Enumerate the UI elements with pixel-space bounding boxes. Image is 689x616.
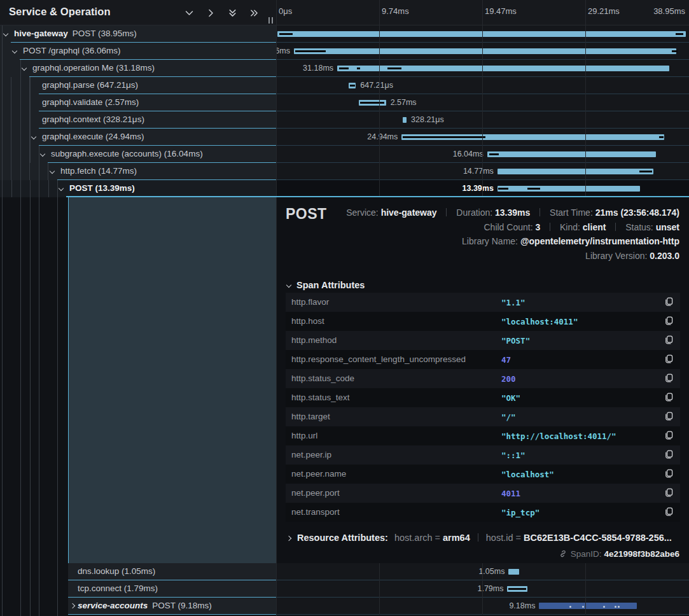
attribute-row: net.peer.name "localhost": [286, 465, 680, 484]
span-bar[interactable]: [508, 569, 519, 575]
selected-span-left-panel: [68, 197, 276, 563]
child-count-label: Child Count:: [484, 222, 532, 232]
child-span-dot: [603, 606, 605, 608]
chevron-down-icon[interactable]: [31, 134, 36, 139]
attribute-key: http.host: [291, 316, 324, 326]
span-bar[interactable]: [294, 48, 676, 54]
attribute-key: net.peer.ip: [291, 450, 331, 459]
service-label: Service:: [346, 207, 379, 218]
attribute-row: http.response_content_length_uncompresse…: [286, 350, 680, 369]
span-label: subgraph.execute (accounts) (16.04ms): [51, 149, 203, 158]
span-bar[interactable]: [487, 151, 656, 157]
span-attributes-header[interactable]: Span Attributes: [287, 280, 365, 290]
span-label: POST (9.18ms): [152, 601, 212, 610]
copy-icon[interactable]: [664, 335, 673, 346]
span-row-service-accounts-post[interactable]: service-accountsPOST (9.18ms): [68, 598, 276, 615]
resource-attributes-header[interactable]: Resource Attributes:host.arch=arm64host.…: [287, 533, 672, 543]
copy-icon[interactable]: [664, 469, 673, 479]
expand-all-icon[interactable]: [249, 8, 260, 18]
attribute-row: net.transport "ip_tcp": [286, 503, 680, 522]
duration-label: 13.39ms: [463, 184, 494, 193]
chevron-down-icon[interactable]: [50, 169, 55, 174]
duration-value: 13.39ms: [495, 207, 530, 218]
attribute-value: "http://localhost:4011/": [501, 431, 616, 441]
attribute-key: net.transport: [291, 507, 340, 517]
span-row-graphql-validate[interactable]: graphql.validate (2.57ms): [0, 94, 276, 111]
span-bar[interactable]: [403, 117, 407, 123]
child-span-dot: [618, 606, 620, 608]
span-label: graphql.parse (647.21μs): [42, 80, 138, 90]
critical-path-segment: [403, 136, 485, 138]
span-row-graphql-execute[interactable]: graphql.execute (24.94ms): [0, 129, 276, 146]
span-row-post-graphql[interactable]: POST /graphql (36.06ms): [0, 43, 276, 60]
critical-path-segment: [357, 67, 360, 69]
chevron-down-icon[interactable]: [3, 31, 8, 36]
chevron-down-icon: [286, 283, 291, 288]
copy-icon[interactable]: [664, 450, 673, 460]
kind-value: client: [583, 222, 606, 232]
link-icon[interactable]: [559, 549, 567, 558]
panel-resize-handle[interactable]: [268, 17, 273, 24]
duration-label: 16.04ms: [453, 150, 484, 158]
span-row-dns-lookup[interactable]: dns.lookup (1.05ms): [68, 563, 276, 580]
span-row-http-fetch[interactable]: http.fetch (14.77ms): [0, 163, 276, 180]
grid-line: [482, 0, 483, 197]
span-bar[interactable]: [498, 169, 653, 174]
attribute-value: 47: [501, 355, 511, 365]
span-tree-header: Service & Operation: [0, 0, 276, 25]
copy-icon[interactable]: [664, 316, 673, 326]
attribute-row: http.status_code 200: [286, 369, 680, 388]
critical-path-segment: [527, 188, 540, 190]
duration-label: 14.77ms: [463, 167, 494, 176]
attribute-value: "OK": [501, 393, 520, 403]
attribute-key: http.flavor: [291, 297, 329, 307]
duration-label: 31.18ms: [303, 64, 333, 73]
chevron-down-icon[interactable]: [22, 66, 27, 71]
critical-path-segment: [659, 136, 663, 138]
critical-path-segment: [489, 153, 499, 155]
chevron-right-icon[interactable]: [70, 603, 75, 608]
span-bar[interactable]: [277, 31, 686, 37]
chevron-down-icon[interactable]: [40, 151, 45, 157]
copy-icon[interactable]: [664, 431, 673, 441]
status-value: unset: [656, 222, 679, 232]
copy-icon[interactable]: [664, 297, 673, 307]
attribute-key: http.status_text: [291, 393, 350, 402]
span-row-subgraph-execute[interactable]: subgraph.execute (accounts) (16.04ms): [0, 146, 276, 163]
copy-icon[interactable]: [664, 412, 673, 422]
collapse-all-icon[interactable]: [227, 8, 238, 18]
copy-icon[interactable]: [664, 507, 673, 517]
span-tree-bottom: dns.lookup (1.05ms) tcp.connect (1.79ms)…: [68, 563, 276, 615]
span-bar[interactable]: [498, 186, 641, 192]
expand-one-icon[interactable]: [205, 8, 216, 18]
copy-icon[interactable]: [664, 393, 673, 403]
span-label: tcp.connect (1.79ms): [78, 584, 158, 593]
indent-guides: [0, 94, 31, 111]
resource-value: BC62E13B-C4CC-5854-9788-256...: [524, 533, 672, 543]
span-detail-panel: POST Service: hive-gateway Duration: 13.…: [277, 197, 689, 563]
copy-icon[interactable]: [664, 354, 673, 365]
span-row-tcp-connect[interactable]: tcp.connect (1.79ms): [68, 580, 276, 598]
span-label: dns.lookup (1.05ms): [78, 566, 155, 576]
span-row-hive-gateway-post[interactable]: hive-gatewayPOST (38.95ms): [0, 25, 276, 43]
span-id-row: SpanID:4e21998f3b82abe6: [559, 549, 679, 559]
span-row-post-selected[interactable]: POST (13.39ms): [0, 180, 276, 197]
trace-timeline-view: Service & Operation hive-gatewayPOST (38…: [0, 0, 689, 616]
attribute-row: net.peer.port 4011: [286, 484, 680, 503]
span-row-graphql-operation[interactable]: graphql.operation Me (31.18ms): [0, 60, 276, 77]
indent-guides: [0, 129, 31, 146]
grid-line: [379, 563, 380, 615]
chevron-down-icon[interactable]: [12, 48, 17, 53]
span-label: http.fetch (14.77ms): [60, 166, 137, 176]
copy-icon[interactable]: [664, 488, 673, 498]
copy-icon[interactable]: [664, 374, 673, 384]
collapse-one-icon[interactable]: [184, 8, 195, 18]
span-row-graphql-context[interactable]: graphql.context (328.21μs): [0, 111, 276, 129]
span-row-graphql-parse[interactable]: graphql.parse (647.21μs): [0, 77, 276, 94]
chevron-down-icon[interactable]: [59, 186, 64, 191]
attribute-key: http.target: [291, 412, 330, 421]
attribute-value: "localhost": [501, 470, 554, 479]
collapsed-span-bar[interactable]: [539, 603, 636, 609]
resource-key: host.arch: [394, 533, 433, 543]
attribute-row: http.method "POST": [286, 331, 680, 350]
